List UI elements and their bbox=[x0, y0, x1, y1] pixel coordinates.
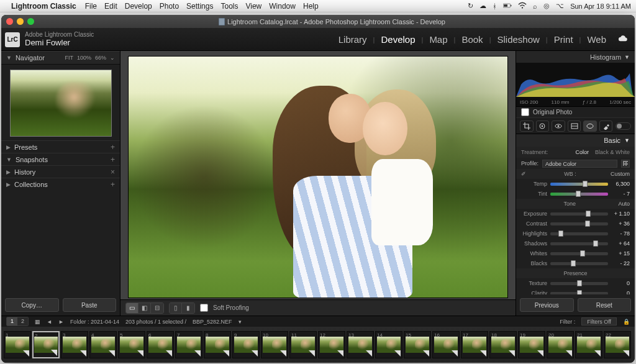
filename-dropdown-icon[interactable]: ▾ bbox=[238, 319, 242, 325]
profile-browser-icon[interactable] bbox=[621, 160, 630, 168]
slider-thumb[interactable] bbox=[571, 260, 576, 266]
graduated-filter-icon[interactable] bbox=[568, 121, 581, 132]
view-before-after-tb-icon[interactable]: ⊟ bbox=[151, 303, 163, 313]
slider-thumb[interactable] bbox=[580, 250, 585, 257]
menu-file[interactable]: File bbox=[85, 2, 97, 11]
filmstrip[interactable]: 12345678910111213141516171819202122 bbox=[1, 327, 635, 363]
filmstrip-cell[interactable]: 1 bbox=[4, 331, 31, 358]
menu-develop[interactable]: Develop bbox=[125, 2, 152, 11]
treatment-color[interactable]: Color bbox=[575, 149, 589, 155]
menu-help[interactable]: Help bbox=[303, 2, 319, 11]
menu-photo[interactable]: Photo bbox=[160, 2, 179, 11]
filmstrip-cell[interactable]: 5 bbox=[118, 331, 145, 358]
tone-auto-button[interactable]: Auto bbox=[618, 201, 630, 207]
filter-lock-icon[interactable]: 🔒 bbox=[623, 319, 630, 325]
menu-view[interactable]: View bbox=[245, 2, 261, 11]
slider-thumb[interactable] bbox=[586, 211, 591, 217]
slider-thumb[interactable] bbox=[576, 191, 581, 197]
filmstrip-cell[interactable]: 4 bbox=[89, 331, 117, 358]
menu-tools[interactable]: Tools bbox=[220, 2, 238, 11]
filmstrip-cell[interactable]: 13 bbox=[347, 331, 374, 358]
module-slideshow[interactable]: Slideshow bbox=[491, 34, 545, 45]
menu-settings[interactable]: Settings bbox=[186, 2, 213, 11]
filmstrip-cell[interactable]: 16 bbox=[432, 331, 460, 358]
slider-thumb[interactable] bbox=[558, 230, 563, 237]
slider-exposure[interactable]: Exposure+ 1.10 bbox=[516, 209, 635, 219]
filmstrip-cell[interactable]: 9 bbox=[232, 331, 260, 358]
navigator-header[interactable]: ▼ Navigator FIT 100% 66% ⌄ bbox=[1, 51, 120, 65]
view-before-after-lr-icon[interactable]: ◧ bbox=[139, 303, 151, 313]
filmstrip-cell[interactable]: 3 bbox=[61, 331, 88, 358]
cloud-sync-icon[interactable] bbox=[617, 35, 629, 44]
filmstrip-cell[interactable]: 6 bbox=[147, 331, 174, 358]
slider-whites[interactable]: Whites+ 15 bbox=[516, 248, 635, 258]
back-nav-icon[interactable]: ◄ bbox=[47, 319, 52, 325]
treatment-bw[interactable]: Black & White bbox=[595, 149, 630, 155]
wb-mode-dropdown[interactable]: Custom bbox=[611, 171, 630, 177]
filmstrip-cell[interactable]: 8 bbox=[204, 331, 231, 358]
slider-thumb[interactable] bbox=[593, 240, 598, 247]
module-print[interactable]: Print bbox=[548, 34, 579, 45]
slider-thumb[interactable] bbox=[577, 290, 582, 295]
module-library[interactable]: Library bbox=[332, 34, 373, 45]
grid-nav-icon[interactable]: ▦ bbox=[35, 319, 40, 325]
search-icon[interactable]: ⌕ bbox=[533, 2, 537, 10]
panel-collections[interactable]: ▶Collections+ bbox=[1, 178, 120, 190]
wb-dropper-icon[interactable]: ✐ bbox=[521, 171, 526, 177]
develop-canvas[interactable] bbox=[128, 56, 508, 298]
panel-snapshots[interactable]: ▼Snapshots+ bbox=[1, 153, 120, 165]
paste-button[interactable]: Paste bbox=[63, 298, 117, 312]
filmstrip-cell[interactable]: 7 bbox=[175, 331, 202, 358]
menu-app[interactable]: Lightroom Classic bbox=[11, 2, 76, 11]
filmstrip-cell[interactable]: 10 bbox=[261, 331, 288, 358]
control-center-icon[interactable]: ⌥ bbox=[556, 2, 564, 10]
reset-button[interactable]: Reset bbox=[578, 298, 632, 312]
filmstrip-cell[interactable]: 2 bbox=[32, 331, 60, 358]
window-minimize-button[interactable] bbox=[17, 18, 24, 25]
display-2[interactable]: 2 bbox=[17, 317, 28, 325]
filmstrip-cell[interactable]: 15 bbox=[404, 331, 431, 358]
view-before-icon[interactable]: ▯ bbox=[170, 303, 182, 313]
filmstrip-cell[interactable]: 18 bbox=[489, 331, 517, 358]
slider-tint[interactable]: Tint- 7 bbox=[516, 189, 635, 199]
nav-mode-fit[interactable]: FIT bbox=[65, 55, 73, 61]
panel-presets[interactable]: ▶Presets+ bbox=[1, 140, 120, 153]
previous-button[interactable]: Previous bbox=[520, 298, 574, 312]
menubar-clock[interactable]: Sun Apr 18 9:11 AM bbox=[570, 2, 631, 10]
histogram-header[interactable]: Histogram▼ bbox=[516, 51, 635, 63]
module-book[interactable]: Book bbox=[455, 34, 489, 45]
filter-dropdown[interactable]: Filters Off bbox=[581, 317, 617, 325]
module-develop[interactable]: Develop bbox=[375, 34, 421, 45]
histogram[interactable]: ISO 200 110 mm ƒ / 2.8 1/200 sec bbox=[516, 63, 635, 107]
window-close-button[interactable] bbox=[6, 18, 13, 25]
crop-tool-icon[interactable] bbox=[520, 121, 534, 132]
dropbox-icon[interactable]: ☁︎ bbox=[479, 2, 486, 10]
copy-button[interactable]: Copy… bbox=[5, 298, 59, 312]
filmstrip-cell[interactable]: 19 bbox=[518, 331, 545, 358]
slider-shadows[interactable]: Shadows+ 64 bbox=[516, 239, 635, 248]
bluetooth-icon[interactable]: ᚼ bbox=[493, 2, 497, 10]
filmstrip-cell[interactable]: 17 bbox=[461, 331, 488, 358]
profile-dropdown[interactable]: Adobe Color bbox=[542, 160, 617, 168]
collections-add-icon[interactable]: + bbox=[111, 180, 115, 189]
history-clear-icon[interactable]: × bbox=[111, 168, 115, 176]
filmstrip-cell[interactable]: 14 bbox=[375, 331, 402, 358]
original-photo-checkbox[interactable] bbox=[521, 108, 529, 116]
slider-temp[interactable]: Temp6,300 bbox=[516, 179, 635, 189]
sync-icon[interactable]: ↻ bbox=[468, 2, 473, 10]
adjustment-brush-icon[interactable] bbox=[599, 121, 613, 132]
basic-panel-header[interactable]: Basic▼ bbox=[516, 134, 635, 147]
filmstrip-cell[interactable]: 20 bbox=[547, 331, 574, 358]
filmstrip-cell[interactable]: 11 bbox=[289, 331, 317, 358]
fwd-nav-icon[interactable]: ► bbox=[58, 319, 64, 325]
nav-mode-dropdown-icon[interactable]: ⌄ bbox=[110, 55, 115, 61]
menu-window[interactable]: Window bbox=[269, 2, 296, 11]
display-1[interactable]: 1 bbox=[7, 317, 17, 325]
navigator-thumbnail[interactable] bbox=[10, 70, 112, 137]
slider-contrast[interactable]: Contrast+ 36 bbox=[516, 219, 635, 229]
nav-mode-100[interactable]: 100% bbox=[77, 55, 91, 61]
siri-icon[interactable]: ◎ bbox=[543, 2, 550, 10]
wifi-icon[interactable] bbox=[518, 1, 527, 11]
nav-mode-66[interactable]: 66% bbox=[95, 55, 106, 61]
filmstrip-cell[interactable]: 21 bbox=[575, 331, 602, 358]
